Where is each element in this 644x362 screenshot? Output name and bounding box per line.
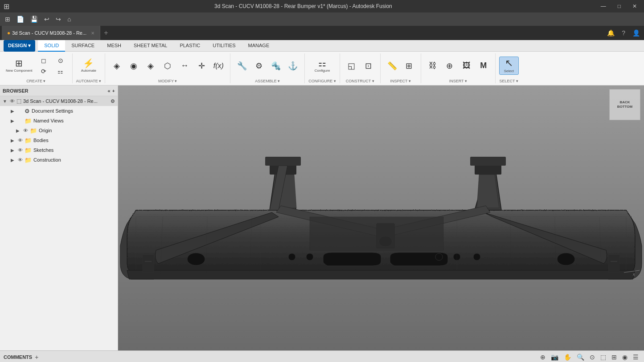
joint-origin-button[interactable]: ⚙ <box>251 60 267 72</box>
decal-icon: 🖼 <box>463 61 471 70</box>
root-expand-icon[interactable]: ▼ <box>3 99 8 104</box>
interference-button[interactable]: ⊞ <box>401 60 417 72</box>
tab-utilities[interactable]: UTILITIES <box>206 40 242 52</box>
display-mode-button[interactable]: ⬚ <box>599 353 608 362</box>
tab-manage[interactable]: MANAGE <box>242 40 276 52</box>
tab-solid[interactable]: SOLID <box>38 40 65 52</box>
effects-button[interactable]: ◉ <box>620 353 629 362</box>
svg-point-13 <box>473 253 480 260</box>
redo-button[interactable]: ↪ <box>53 15 63 24</box>
measure-icon: 📏 <box>387 61 397 71</box>
named-views-icon: 📁 <box>25 118 32 124</box>
tab-close-button[interactable]: ✕ <box>91 31 94 36</box>
tab-sheet-metal[interactable]: SHEET METAL <box>127 40 173 52</box>
revolve-button[interactable]: ⟳ <box>36 66 52 76</box>
pan-button[interactable]: ✋ <box>562 353 573 362</box>
design-dropdown[interactable]: DESIGN ▾ <box>4 40 35 52</box>
construction-expand-icon[interactable]: ▶ <box>11 158 16 163</box>
inspect-buttons: 📏 ⊞ <box>384 53 417 78</box>
settings-button[interactable]: ☰ <box>631 353 640 362</box>
tree-item-sketches[interactable]: ▶ 👁 📁 Sketches <box>0 145 118 155</box>
camera-button[interactable]: 📷 <box>549 353 560 362</box>
tree-item-construction[interactable]: ▶ 👁 📁 Construction <box>0 155 118 165</box>
help-button[interactable]: ? <box>619 28 628 37</box>
zoom-button[interactable]: 🔍 <box>575 353 586 362</box>
root-options-icon[interactable]: ⚙ <box>111 98 115 104</box>
shell-button[interactable]: ⬡ <box>160 60 176 72</box>
scale-button[interactable]: ↔ <box>176 60 193 72</box>
create-buttons: ⊞ New Component ◻ ⟳ ⊙ ⚏ <box>4 53 69 78</box>
sketches-visibility-icon[interactable]: 👁 <box>18 147 23 153</box>
app-menu-button[interactable]: ⊞ <box>3 15 12 24</box>
new-component-button[interactable]: ⊞ New Component <box>4 57 35 74</box>
home-button[interactable]: ⌂ <box>65 15 73 24</box>
construct-axis-button[interactable]: ⊡ <box>361 60 377 72</box>
fillet-button[interactable]: ◉ <box>126 60 142 72</box>
orbit-button[interactable]: ⊕ <box>538 353 547 362</box>
sketches-label: Sketches <box>33 147 115 153</box>
close-button[interactable]: ✕ <box>629 2 640 10</box>
decal-button[interactable]: 🖼 <box>459 60 475 72</box>
scale-icon: ↔ <box>180 61 189 70</box>
select-button[interactable]: ↖ Select <box>499 57 519 75</box>
parameters-button[interactable]: f(x) <box>210 61 226 71</box>
configure-button[interactable]: ⚏ Configure <box>312 57 332 74</box>
user-avatar[interactable]: 👤 <box>630 28 642 37</box>
extrude-button[interactable]: ◻ <box>36 56 52 65</box>
tab-mesh[interactable]: MESH <box>101 40 127 52</box>
bottom-toolbar: COMMENTS + ⊕ 📷 ✋ 🔍 ⊙ ⬚ ⊞ ◉ ☰ <box>0 350 644 362</box>
notification-button[interactable]: 🔔 <box>605 28 617 37</box>
chamfer-button[interactable]: ◈ <box>143 60 159 72</box>
comments-add-button[interactable]: + <box>35 354 38 361</box>
combine-button[interactable]: ✛ <box>193 60 209 72</box>
press-pull-button[interactable]: ◈ <box>109 60 125 72</box>
tree-item-bodies[interactable]: ▶ 👁 📁 Bodies <box>0 135 118 145</box>
browser-actions: « + <box>107 88 115 94</box>
navigation-cube[interactable]: BACKBOTTOM <box>609 89 640 120</box>
fit-button[interactable]: ⊙ <box>588 353 597 362</box>
hole-icon: ⊙ <box>58 57 63 64</box>
select-icon: ↖ <box>505 58 513 68</box>
browser-settings-icon[interactable]: + <box>112 88 115 94</box>
minimize-button[interactable]: — <box>597 2 610 10</box>
tree-root-item[interactable]: ▼ 👁 ⬚ 3d Scan - CUCV M1008-28 - Re... ⚙ <box>0 96 118 106</box>
origin-visibility-icon[interactable]: 👁 <box>23 128 28 133</box>
svg-point-11 <box>435 253 443 260</box>
automate-button[interactable]: ⚡ Automate <box>79 57 98 74</box>
viewport[interactable]: x BACKBOTTOM <box>118 85 644 350</box>
construction-visibility-icon[interactable]: 👁 <box>18 157 23 163</box>
mcmaster-button[interactable]: ⛓ <box>425 60 441 72</box>
tree-item-origin[interactable]: ▶ 👁 📁 Origin <box>0 126 118 135</box>
origin-expand-icon[interactable]: ▶ <box>16 128 21 133</box>
browser-collapse-icon[interactable]: « <box>107 88 110 94</box>
root-visibility-icon[interactable]: 👁 <box>10 98 15 104</box>
new-file-button[interactable]: 📄 <box>14 15 26 24</box>
new-joint-icon: 🔧 <box>237 61 247 71</box>
tab-surface[interactable]: SURFACE <box>65 40 101 52</box>
doc-settings-expand-icon[interactable]: ▶ <box>11 109 16 114</box>
bodies-visibility-icon[interactable]: 👁 <box>18 138 23 143</box>
fillet-icon: ◉ <box>130 61 137 71</box>
sketches-expand-icon[interactable]: ▶ <box>11 148 16 153</box>
construct-plane-button[interactable]: ◱ <box>344 60 360 72</box>
as-built-joint-button[interactable]: 🔩 <box>268 60 284 72</box>
tree-item-named-views[interactable]: ▶ 👁 📁 Named Views <box>0 116 118 126</box>
new-tab-button[interactable]: + <box>100 28 111 38</box>
construct-label: CONSTRUCT ▾ <box>344 78 377 83</box>
maximize-button[interactable]: □ <box>614 2 624 10</box>
named-views-expand-icon[interactable]: ▶ <box>11 118 16 123</box>
grid-button[interactable]: ⊞ <box>610 353 619 362</box>
document-tab[interactable]: ● 3d Scan - CUCV M1008-28 - Re... ✕ <box>2 26 100 40</box>
bodies-expand-icon[interactable]: ▶ <box>11 138 16 143</box>
new-joint-button[interactable]: 🔧 <box>234 60 250 72</box>
tab-plastic[interactable]: PLASTIC <box>173 40 206 52</box>
mesh-insert-button[interactable]: M <box>476 60 492 72</box>
undo-button[interactable]: ↩ <box>42 15 52 24</box>
insert-button[interactable]: ⊕ <box>442 60 458 72</box>
hole-button[interactable]: ⊙ <box>53 56 69 65</box>
tree-item-document-settings[interactable]: ▶ 👁 ⚙ Document Settings <box>0 106 118 116</box>
ground-button[interactable]: ⚓ <box>285 60 301 72</box>
save-button[interactable]: 💾 <box>28 15 40 24</box>
thread-button[interactable]: ⚏ <box>53 66 69 76</box>
measure-button[interactable]: 📏 <box>384 60 400 72</box>
